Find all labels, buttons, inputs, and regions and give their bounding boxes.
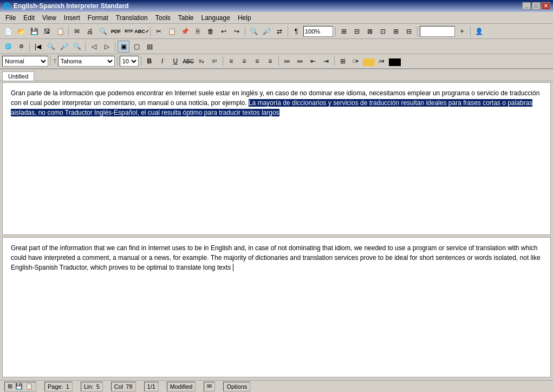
table-button4[interactable]: ⊡ bbox=[377, 25, 389, 37]
menu-translation[interactable]: Translation bbox=[113, 13, 151, 23]
fmt-sep3 bbox=[141, 56, 141, 66]
toolbar2-btn8[interactable]: ▷ bbox=[101, 41, 113, 53]
separator4 bbox=[288, 27, 288, 36]
template-button[interactable]: 📋 bbox=[54, 25, 66, 37]
border-button[interactable]: □▾ bbox=[350, 55, 362, 67]
menu-bar: File Edit View Insert Format Translation… bbox=[0, 12, 553, 24]
toolbar2-btn4[interactable]: 🔍 bbox=[45, 41, 57, 53]
format-toolbar: Normal T Tahoma 10 B I U ABC X₂ X² ≡ ≡ ≡… bbox=[0, 54, 553, 69]
separator2 bbox=[150, 27, 151, 36]
separator3 bbox=[245, 27, 245, 36]
open-button[interactable]: 📂 bbox=[15, 25, 27, 37]
color-swatch[interactable] bbox=[389, 58, 401, 66]
preview-button[interactable]: 🔍 bbox=[97, 25, 109, 37]
minimize-button[interactable]: _ bbox=[522, 2, 531, 10]
print-button[interactable]: 🖨 bbox=[84, 25, 96, 37]
cut-button[interactable]: ✂ bbox=[153, 25, 165, 37]
rtf-button[interactable]: RTF bbox=[123, 25, 135, 37]
email-button[interactable]: ✉ bbox=[71, 25, 83, 37]
align-center-button[interactable]: ≡ bbox=[238, 55, 250, 67]
strikethrough-button[interactable]: ABC bbox=[183, 55, 194, 67]
align-right-button[interactable]: ≡ bbox=[251, 55, 263, 67]
menu-format[interactable]: Format bbox=[84, 13, 112, 23]
numbering-button[interactable]: ≔ bbox=[294, 55, 306, 67]
menu-help[interactable]: Help bbox=[235, 13, 255, 23]
bullets-button[interactable]: ≔ bbox=[281, 55, 293, 67]
toolbar2-btn3[interactable]: |◀ bbox=[32, 41, 44, 53]
spell-button[interactable]: ABC✓ bbox=[136, 25, 148, 37]
table-insert-button[interactable]: ⊞ bbox=[337, 55, 349, 67]
table-button6[interactable]: ⊟ bbox=[403, 25, 415, 37]
style-select[interactable]: Normal bbox=[2, 56, 48, 67]
toolbar2-btn1[interactable]: 🌐 bbox=[2, 41, 14, 53]
fmt-sep4 bbox=[223, 56, 223, 66]
find-button[interactable]: 🔍 bbox=[248, 25, 259, 37]
menu-table[interactable]: Table bbox=[175, 13, 197, 23]
menu-tools[interactable]: Tools bbox=[152, 13, 174, 23]
indent-button[interactable]: ⇥ bbox=[320, 55, 332, 67]
menu-insert[interactable]: Insert bbox=[61, 13, 83, 23]
pdf-button[interactable]: PDF bbox=[110, 25, 122, 37]
align-left-button[interactable]: ≡ bbox=[225, 55, 237, 67]
paragraph-btn[interactable]: ¶ bbox=[290, 25, 302, 37]
find2-button[interactable]: 🔎 bbox=[261, 25, 272, 37]
menu-language[interactable]: Language bbox=[198, 13, 233, 23]
tab-bar: Untitled bbox=[0, 69, 553, 81]
main-area: Gran parte de la información que podemos… bbox=[0, 81, 553, 378]
save-button[interactable]: 💾 bbox=[28, 25, 40, 37]
tab-untitled[interactable]: Untitled bbox=[2, 71, 34, 81]
zoom-input[interactable]: 100% bbox=[303, 26, 333, 37]
bold-button[interactable]: B bbox=[144, 55, 155, 67]
fmt-sep5 bbox=[278, 56, 279, 66]
toolbar1: 📄 📂 💾 🖫 📋 ✉ 🖨 🔍 PDF RTF ABC✓ ✂ 📋 📌 ⎘ 🗑 ↩… bbox=[0, 24, 553, 39]
font-icon: T bbox=[53, 58, 57, 64]
table-button5[interactable]: ⊞ bbox=[390, 25, 402, 37]
view-btn3[interactable]: ▤ bbox=[144, 41, 155, 53]
sep-t2-1 bbox=[29, 42, 30, 51]
user-button[interactable]: 👤 bbox=[473, 25, 485, 37]
table-button3[interactable]: ⊠ bbox=[364, 25, 376, 37]
source-pane[interactable]: Gran parte de la información que podemos… bbox=[2, 82, 551, 235]
size-select[interactable]: 10 bbox=[120, 56, 139, 67]
italic-button[interactable]: I bbox=[157, 55, 168, 67]
app-icon: 🌐 bbox=[3, 2, 11, 10]
redo-button[interactable]: ↪ bbox=[231, 25, 243, 37]
view-btn2[interactable]: ▢ bbox=[131, 41, 142, 53]
maximize-button[interactable]: □ bbox=[532, 2, 541, 10]
table-grid-button[interactable]: ⊞ bbox=[338, 25, 350, 37]
sep-t2-3 bbox=[115, 42, 115, 51]
bookmark-add[interactable]: + bbox=[456, 25, 468, 37]
toolbar2-btn5[interactable]: 🔎 bbox=[58, 41, 70, 53]
underline-button[interactable]: U bbox=[170, 55, 181, 67]
font-select[interactable]: Tahoma bbox=[58, 56, 115, 67]
toolbar2-btn7[interactable]: ◁ bbox=[88, 41, 100, 53]
undo-button[interactable]: ↩ bbox=[218, 25, 230, 37]
menu-edit[interactable]: Edit bbox=[20, 13, 38, 23]
copy-button[interactable]: 📋 bbox=[166, 25, 178, 37]
sep-t2-2 bbox=[85, 42, 86, 51]
delete-button[interactable]: 🗑 bbox=[205, 25, 217, 37]
align-justify-button[interactable]: ≡ bbox=[264, 55, 276, 67]
close-button[interactable]: ✕ bbox=[542, 2, 550, 10]
outdent-button[interactable]: ⇤ bbox=[307, 55, 319, 67]
title-bar-left: 🌐 English-Spanish Interpreter Standard bbox=[3, 2, 129, 10]
superscript-button[interactable]: X² bbox=[209, 55, 220, 67]
translation-pane[interactable]: Great part of the information that we ca… bbox=[2, 237, 551, 377]
view-btn1[interactable]: ▣ bbox=[118, 41, 129, 53]
bookmark-input[interactable]: Bookmark bbox=[420, 26, 455, 37]
menu-file[interactable]: File bbox=[2, 13, 19, 23]
table-button2[interactable]: ⊟ bbox=[351, 25, 363, 37]
toolbar2-btn2[interactable]: ⚙ bbox=[15, 41, 27, 53]
highlight-button[interactable] bbox=[363, 58, 375, 66]
toolbar2-btn6[interactable]: 🔍 bbox=[71, 41, 83, 53]
replace-button[interactable]: ⇄ bbox=[274, 25, 285, 37]
app-title: English-Spanish Interpreter Standard bbox=[14, 2, 129, 10]
title-bar-controls[interactable]: _ □ ✕ bbox=[522, 2, 550, 10]
font-color-button[interactable]: A▾ bbox=[376, 55, 388, 67]
save-as-button[interactable]: 🖫 bbox=[41, 25, 53, 37]
new-button[interactable]: 📄 bbox=[2, 25, 14, 37]
menu-view[interactable]: View bbox=[39, 13, 60, 23]
paste-button[interactable]: 📌 bbox=[179, 25, 191, 37]
paste-special-button[interactable]: ⎘ bbox=[192, 25, 204, 37]
subscript-button[interactable]: X₂ bbox=[196, 55, 207, 67]
